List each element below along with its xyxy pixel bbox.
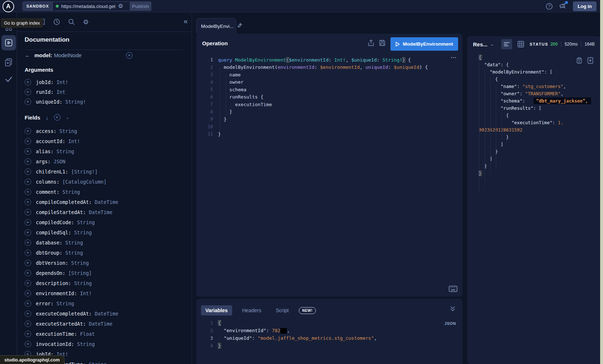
code-line[interactable]: { (479, 54, 600, 61)
field-type[interactable]: String (71, 260, 89, 266)
variables-editor[interactable]: 1{2 "environmentId": 782,3 "uniqueId": "… (196, 319, 462, 350)
field-row[interactable]: executeCompletedAt: DateTime (25, 309, 184, 319)
add-field-plus-icon[interactable] (25, 321, 31, 327)
field-name[interactable]: access (36, 128, 54, 134)
add-field-plus-icon[interactable] (25, 168, 31, 175)
field-row[interactable]: alias: String (25, 146, 184, 156)
schema-diff-icon[interactable] (0, 58, 17, 67)
field-row[interactable]: columns: [CatalogColumn] (25, 177, 184, 187)
code-line[interactable]: ] (479, 155, 600, 162)
code-line[interactable]: "data": { (479, 61, 600, 68)
field-name[interactable]: accountId (36, 138, 62, 144)
field-name[interactable]: dbtGroup (36, 250, 59, 256)
field-type[interactable]: Int! (80, 290, 92, 296)
keyboard-shortcuts-icon[interactable] (449, 286, 457, 292)
announcements-megaphone-icon[interactable] (559, 3, 567, 10)
code-line[interactable]: ] (479, 141, 600, 148)
back-arrow-icon[interactable]: ← (25, 53, 30, 58)
code-line[interactable]: 6 runResults { (204, 93, 462, 101)
code-line[interactable]: "name": "stg_customers", (479, 83, 600, 90)
field-name[interactable]: invocationId (36, 341, 71, 347)
field-row[interactable]: executionTime: Float (25, 329, 184, 339)
field-row[interactable]: accountId: Int! (25, 136, 184, 146)
code-line[interactable]: 8 } (204, 108, 462, 116)
field-type[interactable]: [String!] (71, 169, 98, 175)
field-type[interactable]: String (74, 280, 92, 286)
add-field-plus-icon[interactable] (25, 260, 31, 266)
code-line[interactable]: 4} (204, 342, 462, 350)
field-type[interactable]: [CatalogColumn] (62, 179, 106, 185)
field-name[interactable]: alias (36, 148, 51, 154)
code-line[interactable]: 10 (204, 123, 462, 131)
endpoint-url-field[interactable]: https://metadata.cloud.get ⚙ (53, 2, 134, 11)
explorer-nav-active[interactable] (1, 35, 16, 50)
code-line[interactable]: } (479, 133, 600, 141)
field-type[interactable]: DateTime (95, 199, 118, 205)
field-name[interactable]: runId (36, 89, 51, 95)
field-row[interactable]: executeStartedAt: DateTime (25, 319, 184, 329)
field-name[interactable]: comment (36, 189, 56, 195)
add-field-plus-icon[interactable] (25, 148, 31, 155)
field-row[interactable]: args: JSON (25, 156, 184, 167)
response-title[interactable]: Res... (473, 41, 487, 47)
field-name[interactable]: executeCompletedAt (36, 311, 89, 317)
field-row[interactable]: description: String (25, 278, 184, 288)
add-field-plus-icon[interactable] (25, 138, 31, 145)
field-row[interactable]: compiledCode: String (25, 217, 184, 227)
field-type[interactable]: String (59, 128, 77, 134)
code-line[interactable]: 3 "uniqueId": "model.jaffle_shop_metrics… (204, 334, 462, 342)
endpoint-url[interactable]: https://metadata.cloud.get (61, 4, 116, 9)
add-field-plus-icon[interactable] (25, 89, 31, 95)
field-name[interactable]: dependsOn (36, 270, 62, 276)
code-line[interactable]: 9 } (204, 116, 462, 123)
tab-title[interactable]: ModelByEnvi... (201, 24, 234, 29)
field-row[interactable]: compileStartedAt: DateTime (25, 207, 184, 217)
field-type[interactable]: String (56, 301, 74, 306)
add-field-plus-icon[interactable] (25, 250, 31, 256)
tab-headers[interactable]: Headers (238, 305, 266, 315)
tab-script[interactable]: Script (271, 305, 293, 315)
add-field-plus-icon[interactable] (25, 239, 31, 246)
formatted-view-button[interactable] (501, 39, 512, 49)
field-type[interactable]: DateTime (89, 321, 112, 327)
add-field-plus-icon[interactable] (25, 189, 31, 195)
field-row[interactable]: dbtVersion: String (25, 258, 184, 268)
code-line[interactable]: 11} (204, 130, 462, 138)
field-row[interactable]: access: String (25, 126, 184, 136)
field-type[interactable]: String (62, 189, 80, 195)
add-field-plus-icon[interactable] (25, 199, 31, 205)
argument-row[interactable]: uniqueId: String! (25, 97, 184, 106)
field-row[interactable]: error: String (25, 298, 184, 309)
add-field-plus-icon[interactable] (25, 229, 31, 236)
add-field-plus-icon[interactable] (25, 179, 31, 185)
field-name[interactable]: compileCompletedAt (36, 199, 89, 205)
field-name[interactable]: environmentId (36, 290, 74, 296)
code-line[interactable]: 7 executionTime (204, 101, 462, 108)
add-field-plus-icon[interactable] (25, 209, 31, 216)
code-line[interactable]: 1{ (204, 319, 462, 327)
add-field-plus-icon[interactable] (25, 270, 31, 276)
code-line[interactable]: 0023620128631592 (479, 126, 600, 133)
settings-gear-icon[interactable]: ⚙ (83, 19, 89, 25)
field-type[interactable]: Int! (56, 79, 68, 85)
code-line[interactable]: { (479, 75, 600, 83)
add-fields-icon[interactable] (54, 114, 60, 121)
field-name[interactable]: args (36, 159, 48, 164)
field-type[interactable]: String (89, 361, 106, 364)
code-line[interactable]: } (479, 148, 600, 155)
field-type[interactable]: [String] (68, 270, 92, 276)
field-name[interactable]: error (36, 301, 51, 306)
add-all-fields-icon[interactable] (126, 52, 133, 59)
code-line[interactable]: { (479, 112, 600, 119)
code-line[interactable]: "schema": “dbt_mary_jackson”, (479, 97, 600, 104)
add-field-plus-icon[interactable] (25, 280, 31, 286)
field-name[interactable]: compiledSql (36, 230, 68, 235)
code-line[interactable]: 3 name (204, 71, 462, 79)
login-button[interactable]: Log in (573, 1, 596, 11)
field-type[interactable]: Float (80, 331, 95, 337)
response-dropdown-chevron-icon[interactable]: ⌄ (490, 42, 494, 47)
table-view-button[interactable] (516, 39, 526, 49)
add-field-plus-icon[interactable] (25, 158, 31, 165)
code-line[interactable]: "owner": "TRANSFORMER", (479, 90, 600, 97)
add-field-plus-icon[interactable] (25, 219, 31, 226)
